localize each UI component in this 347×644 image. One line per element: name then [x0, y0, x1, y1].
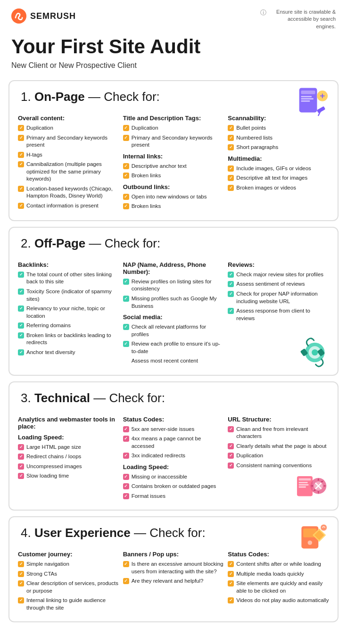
check-orange: [123, 203, 129, 209]
item-simple-nav: Simple navigation: [18, 561, 119, 568]
item-assess-content: Assess most recent content: [123, 357, 224, 365]
check-pink: [18, 454, 24, 460]
col-analytics: Analytics and webmaster tools in place: …: [18, 412, 119, 503]
item-review-profiles: Review profiles on listing sites for con…: [123, 278, 224, 293]
item-slow-loading: Slow loading time: [18, 472, 119, 480]
backlinks-header: Backlinks:: [18, 261, 119, 268]
check-teal: [228, 308, 234, 314]
check-pink: [123, 493, 129, 499]
check-orange: [228, 561, 234, 567]
item-excessive-blocking: Is there an excessive amount blocking us…: [123, 561, 224, 575]
check-teal: [18, 332, 24, 339]
check-pink: [228, 453, 234, 459]
section-2-body: Backlinks: The total count of other site…: [9, 257, 338, 375]
check-pink: [123, 426, 129, 432]
check-teal: [123, 279, 129, 285]
item-dup-url: Duplication: [228, 452, 329, 460]
check-orange: [18, 135, 24, 141]
section-4-header: 4. User Experience — Check for:: [9, 517, 338, 547]
item-4xx: 4xx means a page cannot be accessed: [123, 435, 224, 450]
check-orange: [18, 186, 24, 192]
item-missing-profiles: Missing profiles such as Google My Busin…: [123, 295, 224, 310]
section-2-header: 2. Off-Page — Check for:: [9, 228, 338, 257]
section-on-page: 1. On-Page — Check for: Overall content:…: [8, 80, 339, 221]
svg-rect-4: [301, 99, 313, 100]
check-pink: [18, 473, 24, 479]
subtitle: New Client or New Prospective Client: [0, 58, 347, 76]
section-off-page: 2. Off-Page — Check for: Backlinks: The …: [8, 227, 339, 376]
check-teal: [18, 305, 24, 312]
check-orange: [18, 203, 24, 209]
overall-content-header: Overall content:: [18, 115, 119, 122]
banners-header: Banners / Pop ups:: [123, 551, 224, 558]
item-uncompressed: Uncompressed images: [18, 463, 119, 471]
section-3-body: Analytics and webmaster tools in place: …: [9, 412, 338, 510]
item-3xx: 3xx indicated redirects: [123, 452, 224, 460]
main-title: Your First Site Audit: [0, 34, 347, 58]
item-broken-links-int: Broken links: [123, 172, 224, 180]
multimedia-header: Multimedia:: [228, 155, 329, 162]
check-teal: [228, 272, 234, 278]
item-relevant-helpful: Are they relevant and helpful?: [123, 578, 224, 585]
item-nap-url: Check for proper NAP information includi…: [228, 290, 329, 305]
col-banners: Banners / Pop ups: Is there an excessive…: [123, 547, 224, 614]
section-technical: 3. Technical — Check for: Analytics and …: [8, 381, 339, 511]
check-orange: [228, 185, 234, 191]
check-pink: [123, 453, 129, 459]
title-tags-header: Title and Description Tags:: [123, 115, 224, 122]
check-pink: [228, 443, 234, 449]
item-relevancy: Relevancy to your niche, topic or locati…: [18, 305, 119, 320]
outbound-links-header: Outbound links:: [123, 183, 224, 190]
item-site-elements: Site elements are quickly and easily abl…: [228, 580, 329, 594]
item-bullet-points: Bullet points: [228, 124, 329, 132]
check-orange: [228, 165, 234, 172]
check-orange: [123, 163, 129, 169]
check-orange: [228, 135, 234, 141]
svg-rect-3: [301, 96, 312, 98]
semrush-logo-icon: [11, 8, 26, 24]
item-new-windows: Open into new windows or tabs: [123, 193, 224, 201]
check-orange: [228, 125, 234, 131]
item-clean-free: Clean and free from irrelevant character…: [228, 426, 329, 440]
item-sentiment: Assess sentiment of reviews: [228, 281, 329, 288]
check-teal: [123, 341, 129, 347]
info-icon: ⓘ: [260, 8, 266, 17]
check-orange: [228, 571, 234, 577]
check-teal: [228, 291, 234, 297]
col-overall-content: Overall content: Duplication Primary and…: [18, 111, 119, 213]
item-anchor-text: Descriptive anchor text: [123, 163, 224, 170]
check-pink: [123, 483, 129, 489]
item-large-html: Large HTML page size: [18, 444, 119, 451]
item-duplication-oc: Duplication: [18, 124, 119, 132]
check-orange: [18, 161, 24, 167]
check-teal: [18, 322, 24, 329]
svg-rect-18: [299, 482, 308, 483]
internal-links-header: Internal links:: [123, 153, 224, 160]
svg-rect-20: [299, 487, 306, 488]
col-scannability: Scannability: Bullet points Numbered lis…: [228, 111, 329, 213]
col-nap: NAP (Name, Address, Phone Number): Revie…: [123, 257, 224, 367]
check-orange: [18, 561, 24, 567]
item-clear-desc: Clear description of services, products …: [18, 580, 119, 594]
item-content-shifts: Content shifts after or while loading: [228, 561, 329, 568]
svg-rect-17: [299, 479, 311, 481]
section-1-header: 1. On-Page — Check for:: [9, 81, 338, 111]
item-broken-outdated: Contains broken or outdated pages: [123, 483, 224, 490]
check-orange: [123, 578, 129, 584]
item-clearly-details: Clearly details what the page is about: [228, 443, 329, 450]
item-contact-info: Contact information is present: [18, 202, 119, 210]
page-header: SEMRUSH ⓘ Ensure site is crawlable & acc…: [0, 0, 347, 34]
check-pink: [18, 444, 24, 450]
item-response-client: Assess response from client to reviews: [228, 307, 329, 322]
section-1-body: Overall content: Duplication Primary and…: [9, 111, 338, 220]
svg-rect-2: [301, 91, 315, 94]
check-teal: [228, 281, 234, 287]
check-orange: [123, 135, 129, 141]
check-orange: [123, 173, 129, 179]
col-title-tags: Title and Description Tags: Duplication …: [123, 111, 224, 213]
item-htags: H-tags: [18, 151, 119, 159]
check-pink: [228, 462, 234, 469]
check-pink: [123, 436, 129, 442]
item-numbered-lists: Numbered lists: [228, 134, 329, 142]
check-orange: [228, 175, 234, 181]
